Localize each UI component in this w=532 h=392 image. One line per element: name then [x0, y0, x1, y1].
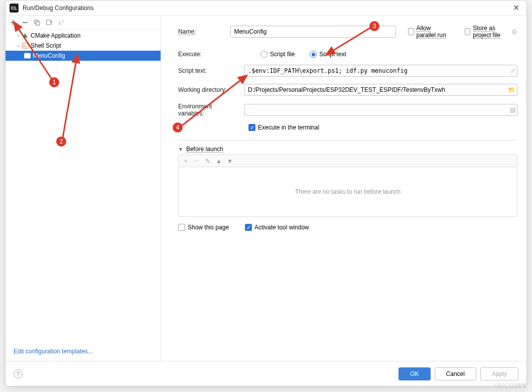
name-input[interactable]	[230, 26, 396, 38]
apply-button[interactable]: Apply	[480, 367, 518, 380]
checkbox-icon	[465, 28, 470, 35]
workdir-label: Working directory:	[178, 86, 238, 93]
show-page-checkbox[interactable]: Show this page	[178, 224, 229, 231]
expand-icon[interactable]: ⤢	[510, 67, 515, 74]
script-text-input[interactable]	[244, 65, 517, 77]
edit-task-button[interactable]: ✎	[203, 156, 213, 166]
tree-label: MenuConfig	[33, 52, 65, 59]
edit-templates-row: Edit configuration templates...	[6, 342, 161, 361]
before-launch-label: Before launch	[186, 146, 223, 153]
script-text-radio-label: Script text	[319, 51, 346, 58]
envvars-input[interactable]	[244, 104, 517, 116]
dialog-body: › CMake Application › Shell Script MenuC…	[6, 16, 526, 361]
edit-templates-link[interactable]: Edit configuration templates...	[14, 348, 93, 355]
tree-node-shell[interactable]: › Shell Script	[6, 41, 161, 51]
tree-label: CMake Application	[31, 32, 80, 39]
activate-tool-label: Activate tool window	[254, 224, 309, 231]
ok-button[interactable]: OK	[398, 367, 430, 380]
move-up-button[interactable]: ▲	[214, 156, 224, 166]
shell-icon	[24, 52, 31, 59]
bottom-options: Show this page ✓ Activate tool window	[178, 224, 517, 231]
help-button[interactable]: ?	[14, 369, 23, 378]
execute-row: Execute: Script file Script text	[178, 51, 517, 58]
name-label: Name:	[178, 28, 224, 35]
exec-terminal-row: ✓ Execute in the terminal	[248, 124, 517, 131]
sort-button[interactable]	[56, 17, 67, 28]
remove-task-button[interactable]: －	[192, 156, 202, 166]
checkbox-icon	[178, 224, 185, 231]
script-file-label: Script file	[270, 51, 295, 58]
radio-icon	[310, 51, 317, 58]
add-task-button[interactable]: ＋	[181, 156, 191, 166]
titlebar: CL Run/Debug Configurations ✕	[6, 1, 526, 16]
show-page-label: Show this page	[188, 224, 229, 231]
app-icon: CL	[10, 4, 19, 13]
tree-label: Shell Script	[31, 42, 61, 49]
gear-icon[interactable]: ⚙	[511, 28, 517, 36]
execute-terminal-checkbox[interactable]: ✓ Execute in the terminal	[248, 124, 319, 131]
script-text-radio[interactable]: Script text	[310, 51, 346, 58]
save-template-button[interactable]	[44, 17, 55, 28]
workdir-row: Working directory: 📁	[178, 84, 517, 96]
sidebar: › CMake Application › Shell Script MenuC…	[6, 16, 161, 361]
script-text-row: Script text: ⤢	[178, 65, 517, 77]
workdir-input[interactable]	[244, 84, 517, 96]
run-debug-config-dialog: CL Run/Debug Configurations ✕ › CMake Ap…	[5, 0, 527, 386]
tree-node-menuconfig[interactable]: MenuConfig	[6, 51, 161, 61]
svg-marker-3	[23, 33, 28, 38]
radio-icon	[260, 51, 268, 58]
before-launch-toolbar: ＋ － ✎ ▲ ▼	[178, 155, 517, 167]
copy-config-button[interactable]	[32, 17, 43, 28]
activate-tool-checkbox[interactable]: ✓ Activate tool window	[245, 224, 309, 231]
remove-config-button[interactable]	[20, 17, 31, 28]
svg-rect-1	[36, 22, 40, 25]
config-tree[interactable]: › CMake Application › Shell Script MenuC…	[6, 30, 161, 342]
execute-terminal-label: Execute in the terminal	[258, 124, 319, 131]
store-project-checkbox[interactable]: Store as project file ⚙	[465, 25, 517, 39]
allow-parallel-label: Allow parallel run	[417, 25, 451, 39]
list-icon[interactable]: ▤	[510, 106, 515, 113]
svg-rect-4	[22, 43, 28, 48]
svg-rect-5	[24, 53, 30, 58]
cancel-button[interactable]: Cancel	[435, 367, 476, 380]
empty-text: There are no tasks to run before launch	[295, 188, 401, 195]
script-file-radio[interactable]: Script file	[260, 51, 295, 58]
script-text-label: Script text:	[178, 67, 238, 74]
allow-parallel-checkbox[interactable]: Allow parallel run	[408, 25, 451, 39]
move-down-button[interactable]: ▼	[225, 156, 235, 166]
chevron-down-icon: ›	[16, 42, 21, 49]
add-config-button[interactable]	[8, 17, 19, 28]
checkbox-icon: ✓	[248, 124, 255, 131]
folder-icon[interactable]: 📁	[508, 86, 515, 93]
envvars-row: Environment variables: ▤	[178, 103, 517, 117]
main-pane: Name: Allow parallel run Store as projec…	[161, 16, 526, 361]
chevron-down-icon: ▼	[178, 147, 183, 152]
shell-icon	[22, 42, 29, 49]
before-launch-empty: There are no tasks to run before launch	[178, 167, 517, 217]
cmake-icon	[22, 32, 29, 39]
envvars-label: Environment variables:	[178, 103, 238, 117]
store-project-label: Store as project file	[473, 25, 510, 39]
window-title: Run/Debug Configurations	[23, 5, 93, 12]
before-launch-header[interactable]: ▼ Before launch	[178, 140, 517, 153]
checkbox-icon	[408, 28, 414, 35]
chevron-right-icon: ›	[15, 33, 22, 39]
config-toolbar	[6, 16, 161, 30]
footer: ? OK Cancel Apply	[6, 361, 526, 386]
execute-label: Execute:	[178, 51, 238, 58]
name-row: Name: Allow parallel run Store as projec…	[178, 25, 517, 39]
checkbox-icon: ✓	[245, 224, 252, 231]
close-icon[interactable]: ✕	[510, 3, 522, 13]
tree-node-cmake[interactable]: › CMake Application	[6, 31, 161, 41]
